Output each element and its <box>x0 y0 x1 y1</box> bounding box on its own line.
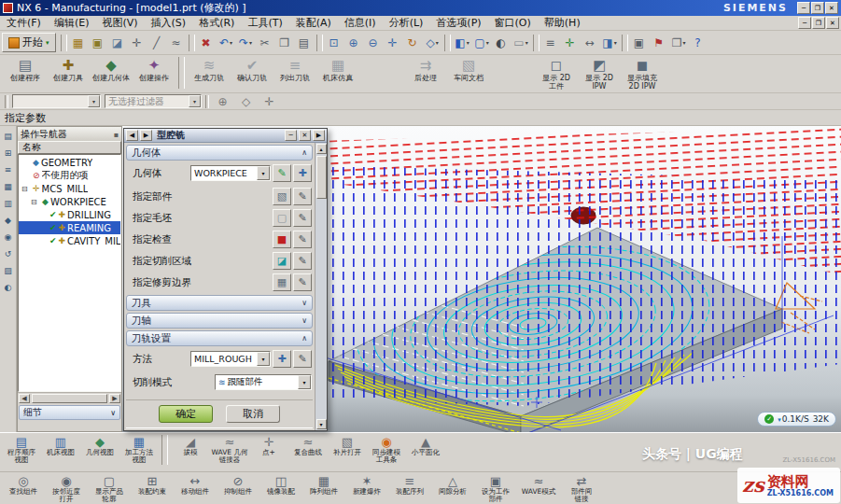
toolbar-icon[interactable] <box>61 35 67 51</box>
patch-opening-button[interactable]: ▧ 补片打开 <box>328 435 367 470</box>
combo-arrow[interactable] <box>88 95 100 107</box>
toolbar-icon[interactable] <box>533 35 540 51</box>
selection-scope-combo[interactable] <box>12 94 101 108</box>
toolbar-button[interactable] <box>178 57 185 89</box>
scroll-thumb[interactable] <box>32 394 107 403</box>
scroll-thumb[interactable] <box>316 156 327 199</box>
nav-forward-icon[interactable]: ▶ <box>140 130 152 141</box>
materials-icon[interactable]: ▨ <box>2 264 15 277</box>
point-icon[interactable]: ✛ <box>128 34 147 52</box>
tree-node-cavity-mill[interactable]: ✔ ✚ CAVITY_MILL <box>19 234 120 247</box>
section-tool-axis[interactable]: 刀轴 ∨ <box>126 313 313 329</box>
web-browser-icon[interactable]: ◉ <box>2 231 15 244</box>
interpart-link-button[interactable]: ⇄ 部件间 链接 <box>560 474 603 502</box>
help-icon[interactable]: ? <box>689 34 708 52</box>
menu-item[interactable]: 首选项(P) <box>429 16 487 30</box>
reuse-library-icon[interactable]: ◆ <box>2 214 15 227</box>
network-speed-overlay[interactable]: ✓ 0.1K/S 32K <box>757 412 836 427</box>
navigator-hscrollbar[interactable] <box>18 392 121 403</box>
tree-node-drilling[interactable]: ✔ ✚ DRILLING <box>19 208 120 221</box>
pin-icon[interactable] <box>114 129 119 139</box>
composite-curve-button[interactable]: ≈ 复合曲线 <box>288 435 328 470</box>
machining-method-view-button[interactable]: ▦ 加工方法 视图 <box>119 435 159 470</box>
show-2d-ipw-button[interactable]: ◩ 显示 2D IPW <box>578 57 621 92</box>
selection-filter-combo[interactable]: 无选择过滤器 <box>105 94 202 108</box>
layer-settings-icon[interactable]: ≡ <box>541 34 561 52</box>
machine-navigator-icon[interactable]: ▥ <box>2 197 15 210</box>
toolbar-icon[interactable] <box>189 35 195 51</box>
cancel-button[interactable]: 取消 <box>226 405 280 423</box>
toolbar-icon[interactable] <box>316 35 323 51</box>
postprocess-button[interactable]: ⇉ 后处理 <box>404 57 447 92</box>
show-filled-2d-ipw-button[interactable]: ◼ 显示填充 2D IPW <box>621 57 664 92</box>
cut-pattern-combo[interactable]: ≋ 跟随部件 <box>215 374 312 390</box>
menu-item[interactable]: 文件(F) <box>0 16 48 30</box>
menu-item[interactable]: 工具(T) <box>241 16 288 30</box>
document-control-button[interactable]: ✕ <box>826 17 839 29</box>
create-tool-button[interactable]: ✚ 创建刀具 <box>47 57 90 92</box>
wave-geometry-linker-button[interactable]: ≈ WAVE 几何 链接器 <box>210 435 249 470</box>
scroll-left-icon[interactable] <box>19 394 30 403</box>
list-toolpath-button[interactable]: ≡ 列出刀轨 <box>273 57 316 92</box>
machine-tool-view-button[interactable]: ▥ 机床视图 <box>41 435 80 470</box>
geometry-combo[interactable]: WORKPIECE <box>190 165 271 181</box>
scroll-up-icon[interactable] <box>316 144 327 154</box>
background-color-icon[interactable]: ▭▾ <box>512 34 531 52</box>
details-section-bar[interactable]: 细节 ∨ <box>19 405 120 420</box>
new-geometry-button[interactable]: ✚ <box>293 164 312 182</box>
combo-arrow[interactable] <box>257 166 270 180</box>
render-style-icon[interactable]: ◐ <box>492 34 512 52</box>
combo-arrow[interactable] <box>257 352 270 366</box>
shop-doc-button[interactable]: ▧ 车间文档 <box>447 57 490 92</box>
section-path-settings[interactable]: 刀轨设置 ∧ <box>126 330 313 346</box>
toolbar-button[interactable] <box>359 57 404 92</box>
history-icon[interactable]: ↺ <box>2 247 15 260</box>
geometry-view-button[interactable]: ◆ 几何视图 <box>80 435 119 470</box>
select-geometry-button[interactable]: ◪ <box>273 252 291 270</box>
create-operation-button[interactable]: ✦ 创建操作 <box>133 57 175 92</box>
combo-arrow[interactable] <box>189 95 201 107</box>
tree-node-reaming[interactable]: ✔ ✚ REAMING <box>19 221 120 234</box>
part-navigator-icon[interactable]: ≡ <box>2 163 15 176</box>
section-geometry[interactable]: 几何体 ∧ <box>126 145 313 161</box>
dialog-scrollbar[interactable] <box>315 143 327 430</box>
close-icon[interactable]: ✕ <box>299 130 311 141</box>
document-control-button[interactable]: ─ <box>798 17 811 29</box>
fit-view-icon[interactable]: ⊡ <box>325 34 344 52</box>
edit-button[interactable]: ✎ <box>293 188 312 205</box>
tree-expander-icon[interactable]: ⊟ <box>21 185 29 193</box>
rotate-view-icon[interactable]: ↻ <box>403 34 423 52</box>
redo-icon[interactable]: ↷▾ <box>236 34 256 52</box>
menu-item[interactable]: 窗口(O) <box>488 16 538 30</box>
toolbar-icon[interactable] <box>444 35 451 51</box>
show-product-outline-button[interactable]: ▢ 显示产品 轮廓 <box>88 474 131 502</box>
toolbar-button[interactable] <box>161 435 168 465</box>
wcs-icon[interactable]: ✛ <box>561 34 581 52</box>
dialog-titlebar[interactable]: ◀ ▶ 型腔铣 ─ ✕ ▶ <box>124 129 327 143</box>
expand-icon[interactable]: ▶ <box>313 130 325 141</box>
snap-end-icon[interactable]: ◇ <box>236 92 256 111</box>
shaded-view-icon[interactable]: ◧▾ <box>453 34 472 52</box>
facet-button[interactable]: ▲ 小平面化 <box>406 435 445 470</box>
tree-node-mcs-mill[interactable]: ⊟ ✛ MCS_MILL <box>19 182 120 195</box>
datum-plane-icon[interactable]: ◪ <box>108 34 128 52</box>
scroll-down-icon[interactable] <box>316 419 327 429</box>
menu-item[interactable]: 装配(A) <box>289 16 338 30</box>
program-order-view-button[interactable]: ▤ 程序顺序 视图 <box>2 435 41 470</box>
zoom-in-icon[interactable]: ⊕ <box>344 34 364 52</box>
cut-icon[interactable]: ✂ <box>256 34 275 52</box>
new-method-button[interactable]: ✚ <box>273 350 291 368</box>
snap-mid-icon[interactable]: ✛ <box>259 92 279 111</box>
menu-item[interactable]: 信息(I) <box>338 16 383 30</box>
select-geometry-button[interactable]: ■ <box>273 231 291 248</box>
sketch-icon[interactable]: ▦ <box>69 34 89 52</box>
assembly-constraints-button[interactable]: ⊞ 装配约束 <box>131 474 174 502</box>
feature-icon[interactable]: ▣ <box>89 34 108 52</box>
generate-toolpath-button[interactable]: ≋ 生成刀轨 <box>188 57 231 92</box>
method-combo[interactable]: MILL_ROUGH <box>190 351 271 367</box>
operation-navigator-icon[interactable]: ▦ <box>2 180 15 193</box>
mirror-assembly-button[interactable]: ◫ 镜像装配 <box>259 474 302 502</box>
draft-button[interactable]: ◢ 拔模 <box>171 435 210 470</box>
assembly-navigator-icon[interactable]: ▤ <box>2 130 15 143</box>
point-button[interactable]: ✛ 点+ <box>249 435 288 470</box>
